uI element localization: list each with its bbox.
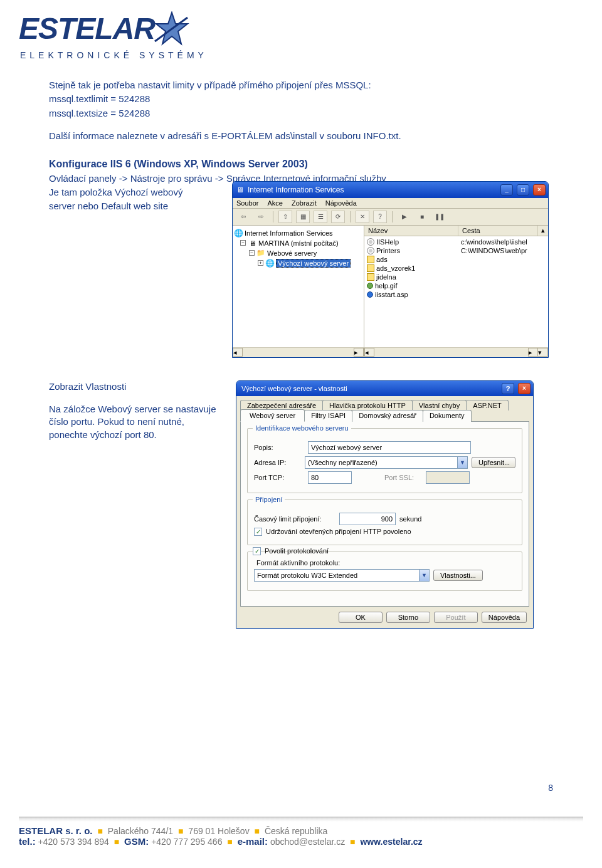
page-header: ESTELAR ELEKTRONICKÉ SYSTÉMY <box>0 0 602 60</box>
play-button[interactable]: ▶ <box>398 211 411 223</box>
toolbar: ⇦ ⇨ ⇧ ▦ ☰ ⟳ ✕ ? ▶ ■ ❚❚ <box>233 209 548 226</box>
menu-file[interactable]: Soubor <box>236 199 258 207</box>
help-button[interactable]: ? <box>373 211 387 223</box>
refresh-button[interactable]: ⟳ <box>331 211 345 223</box>
tree-node[interactable]: MARTINA (místní počítač) <box>258 239 339 247</box>
column-path[interactable]: Cesta <box>458 226 538 236</box>
menu-view[interactable]: Zobrazit <box>292 199 317 207</box>
paragraph: Na záložce Webový server se nastavuje čí… <box>49 403 224 441</box>
tree-node-selected[interactable]: Výchozí webový server <box>276 259 351 268</box>
tab[interactable]: ASP.NET <box>466 400 509 410</box>
list-rows[interactable]: IISHelpc:\windows\help\iishelPrintersC:\… <box>364 236 548 347</box>
tab[interactable]: Domovský adresář <box>352 410 423 422</box>
expand-toggle[interactable]: + <box>258 260 263 266</box>
scroll-left-button[interactable]: ◂ <box>364 348 374 357</box>
list-item[interactable]: ads <box>367 255 546 264</box>
forward-button[interactable]: ⇨ <box>254 211 268 223</box>
tab[interactable]: Filtry ISAPI <box>304 410 352 422</box>
dropdown-arrow-icon[interactable]: ▼ <box>419 570 429 581</box>
close-button[interactable]: × <box>533 184 546 196</box>
show-hide-button[interactable]: ▦ <box>296 211 310 223</box>
properties-button[interactable]: ☰ <box>314 211 327 223</box>
log-properties-button[interactable]: Vlastnosti... <box>433 570 483 581</box>
column-name[interactable]: Název <box>364 226 458 236</box>
folder-icon <box>367 264 374 272</box>
checkbox-keepalive[interactable]: ✓ <box>254 528 262 536</box>
column-headers[interactable]: Název Cesta ▴ <box>364 226 548 236</box>
dialog-close-button[interactable]: × <box>518 383 531 394</box>
label-port-tcp: Port TCP: <box>254 474 304 481</box>
list-item[interactable]: ads_vzorek1 <box>367 264 546 273</box>
footer-company: ESTELAR s. r. o. <box>19 825 93 836</box>
document-body: Stejně tak je potřeba nastavit limity v … <box>0 60 602 629</box>
separator-icon: ■ <box>178 826 183 836</box>
combo-log-format[interactable] <box>254 569 430 582</box>
paragraph: Stejně tak je potřeba nastavit limity v … <box>49 79 553 92</box>
paragraph: Další informace naleznete v adresáři s E… <box>49 130 553 142</box>
cancel-button[interactable]: Storno <box>386 612 430 623</box>
stop-button[interactable]: ■ <box>415 211 429 223</box>
footer-web: www.estelar.cz <box>360 837 422 847</box>
scroll-left-button[interactable]: ◂ <box>233 348 243 357</box>
dialog-titlebar[interactable]: Výchozí webový server - vlastnosti ? × <box>236 381 533 396</box>
label-unit: sekund <box>399 515 421 523</box>
scroll-right-button[interactable]: ▸ <box>354 348 364 357</box>
iis-mmc-window: 🖥 Internet Information Services _ □ × So… <box>232 181 549 358</box>
config-line: mssql.textsize = 524288 <box>49 107 553 120</box>
up-button[interactable]: ⇧ <box>278 211 292 223</box>
combo-ip[interactable] <box>305 456 468 469</box>
list-item[interactable]: iisstart.asp <box>367 290 546 299</box>
separator-icon: ■ <box>97 826 102 836</box>
footer-addr1: Palackého 744/1 <box>108 826 173 836</box>
dropdown-arrow-icon[interactable]: ▼ <box>457 457 467 468</box>
scroll-up-button[interactable]: ▴ <box>538 226 548 236</box>
list-item[interactable]: help.gif <box>367 281 546 290</box>
maximize-button[interactable]: □ <box>517 184 529 196</box>
input-port-tcp[interactable] <box>308 471 352 484</box>
tree-node[interactable]: Internet Information Services <box>245 229 333 237</box>
tree-node[interactable]: Webové servery <box>267 249 317 257</box>
help-button[interactable]: Nápověda <box>482 612 527 623</box>
menu-action[interactable]: Akce <box>267 199 282 207</box>
tab[interactable]: Dokumenty <box>423 410 472 422</box>
folder-icon <box>367 273 374 281</box>
menu-bar[interactable]: Soubor Akce Zobrazit Nápověda <box>233 198 548 209</box>
list-item[interactable]: IISHelpc:\windows\help\iishel <box>367 238 546 246</box>
footer-tel-label: tel.: <box>19 836 36 847</box>
dialog-button-row: OK Storno Použít Nápověda <box>236 607 533 628</box>
window-titlebar[interactable]: 🖥 Internet Information Services _ □ × <box>233 182 548 198</box>
collapse-toggle[interactable]: − <box>240 240 246 246</box>
separator-icon: ■ <box>114 837 119 847</box>
separator-icon: ■ <box>350 837 355 847</box>
brand-logo: ESTELAR <box>19 14 602 48</box>
list-item[interactable]: PrintersC:\WINDOWS\web\pr <box>367 246 546 255</box>
footer-tel: +420 573 394 894 <box>38 837 109 847</box>
scroll-down-button[interactable]: ▾ <box>538 348 548 357</box>
footer-gsm-label: GSM: <box>124 836 149 847</box>
app-icon: 🖥 <box>236 186 244 194</box>
globe-icon <box>265 259 274 268</box>
tab[interactable]: Vlastní chyby <box>412 400 467 410</box>
checkbox-logging[interactable]: ✓ <box>253 547 261 555</box>
group-legend: Připojení <box>253 496 285 503</box>
menu-help[interactable]: Nápověda <box>325 199 357 207</box>
delete-button[interactable]: ✕ <box>356 211 369 223</box>
upresnit-button[interactable]: Upřesnit... <box>472 457 515 468</box>
ok-button[interactable]: OK <box>339 612 383 623</box>
pause-button[interactable]: ❚❚ <box>433 211 446 223</box>
input-timeout[interactable] <box>339 513 396 525</box>
tab-active[interactable]: Webový server <box>240 409 305 422</box>
tree-pane[interactable]: Internet Information Services −MARTINA (… <box>233 226 364 357</box>
collapse-toggle[interactable]: − <box>249 250 255 256</box>
paragraph: server nebo Default web site <box>49 200 224 212</box>
computer-icon <box>248 239 256 248</box>
dialog-help-button[interactable]: ? <box>502 383 514 394</box>
list-item[interactable]: jidelna <box>367 273 546 281</box>
back-button[interactable]: ⇦ <box>236 211 250 223</box>
input-popis[interactable] <box>308 441 471 454</box>
tab[interactable]: Hlavička protokolu HTTP <box>322 400 413 410</box>
paragraph: Zobrazit Vlastnosti <box>49 380 224 393</box>
scroll-right-button[interactable]: ▸ <box>528 348 538 357</box>
minimize-button[interactable]: _ <box>500 184 513 196</box>
tab-panel: Identifikace webového serveru Popis: Adr… <box>240 421 529 607</box>
